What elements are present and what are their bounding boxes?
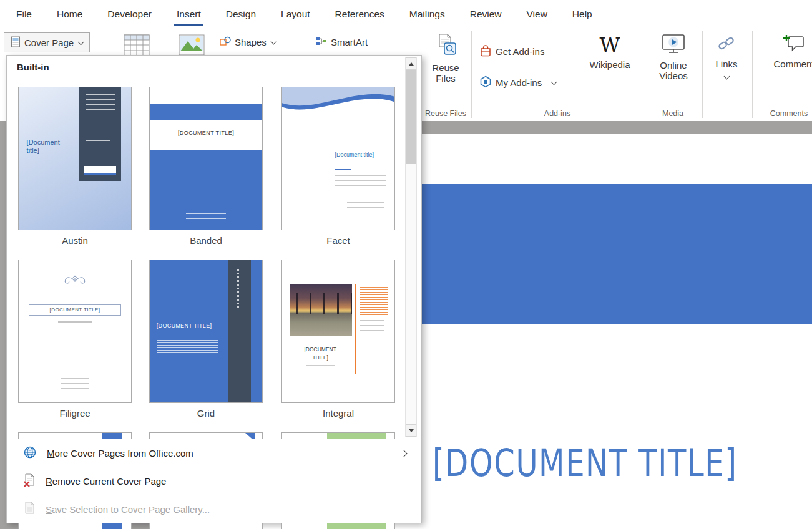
wikipedia-icon: W (600, 33, 620, 57)
submenu-arrow-icon (400, 450, 407, 457)
grid-title-text: [DOCUMENT TITLE] (157, 323, 222, 329)
cover-page-menu-footer: More Cover Pages from Office.com Remove … (7, 439, 421, 523)
gallery-item-label: Grid (149, 408, 263, 419)
cover-page-icon (11, 36, 21, 49)
gallery-scrollbar[interactable] (405, 57, 417, 437)
grid-thumbnail[interactable]: [DOCUMENT TITLE] (149, 260, 263, 403)
chevron-down-icon (551, 79, 557, 85)
group-label-comments: Comments (764, 109, 812, 118)
gallery-item-filigree[interactable]: [DOCUMENT TITLE] Filigree (18, 260, 132, 419)
facet-thumbnail[interactable]: [Document title] (281, 87, 395, 230)
integral-thumbnail[interactable]: [DOCUMENT TITLE] (281, 260, 395, 403)
new-comment-button[interactable]: Comment (763, 34, 812, 69)
links-icon (717, 34, 736, 55)
online-videos-label-line2: Videos (659, 70, 688, 81)
tab-file[interactable]: File (4, 0, 44, 28)
gallery-item-integral[interactable]: [DOCUMENT TITLE] Integral (281, 260, 395, 419)
gallery-item-austin[interactable]: [Document title] Austin (18, 87, 132, 246)
gallery-item-label: Filigree (18, 408, 132, 419)
tab-references[interactable]: References (323, 0, 397, 28)
my-addins-label: My Add-ins (496, 77, 542, 88)
tab-developer[interactable]: Developer (95, 0, 164, 28)
group-separator (702, 31, 703, 118)
gallery-item-label: Facet (281, 235, 395, 246)
cover-page-label: Cover Page (24, 37, 74, 48)
shapes-button[interactable]: Shapes (220, 36, 276, 48)
smartart-button[interactable]: SmartArt (316, 36, 368, 48)
scroll-down-arrow-icon (409, 429, 414, 432)
scroll-up-button[interactable] (406, 57, 416, 70)
remove-cover-page-icon (23, 473, 36, 489)
menu-item-label: Save Selection to Cover Page Gallery... (46, 504, 210, 515)
austin-dark-panel (79, 87, 121, 181)
menu-item-label: More Cover Pages from Office.com (47, 448, 193, 459)
save-selection-icon (23, 502, 36, 517)
my-addins-icon (479, 75, 492, 90)
menu-item-label: Remove Current Cover Page (46, 476, 166, 487)
facet-title-text: [Document title] (335, 152, 389, 158)
gallery-item-label: Integral (281, 408, 395, 419)
scroll-up-arrow-icon (409, 62, 414, 66)
menu-item-remove-cover-page[interactable]: Remove Current Cover Page (7, 467, 421, 495)
menu-item-save-selection: Save Selection to Cover Page Gallery... (7, 495, 421, 523)
tab-home[interactable]: Home (44, 0, 95, 28)
group-label-reuse-files: Reuse Files (423, 109, 469, 118)
wikipedia-label: Wikipedia (589, 59, 630, 70)
chevron-down-icon (78, 39, 84, 45)
tab-design[interactable]: Design (213, 0, 268, 28)
pictures-icon (179, 34, 205, 57)
tab-insert[interactable]: Insert (164, 0, 213, 28)
reuse-files-label-line1: Reuse (432, 62, 459, 73)
links-button[interactable]: Links (708, 34, 745, 79)
group-label-addins: Add-ins (532, 109, 582, 118)
my-addins-button[interactable]: My Add-ins (479, 75, 556, 90)
group-label-media: Media (649, 109, 697, 118)
links-label: Links (715, 59, 737, 69)
smartart-icon (316, 36, 327, 48)
tab-mailings[interactable]: Mailings (397, 0, 457, 28)
globe-icon (23, 445, 37, 461)
shapes-icon (220, 36, 231, 48)
cover-page-gallery-dropdown: Built-in [Document title] Austin [DOCUME… (6, 55, 422, 523)
smartart-label: SmartArt (331, 37, 368, 47)
banded-title-text: [DOCUMENT TITLE] (150, 130, 262, 136)
menu-item-more-cover-pages[interactable]: More Cover Pages from Office.com (7, 439, 421, 467)
tab-layout[interactable]: Layout (268, 0, 323, 28)
gallery-item-label: Banded (149, 235, 263, 246)
pictures-button[interactable] (179, 34, 205, 57)
gallery-item-grid[interactable]: [DOCUMENT TITLE] Grid (149, 260, 263, 419)
comment-label: Comment (773, 59, 812, 69)
filigree-ornament (52, 273, 97, 289)
tab-view[interactable]: View (514, 0, 560, 28)
scrollbar-thumb[interactable] (406, 70, 416, 164)
gallery-item-banded[interactable]: [DOCUMENT TITLE] Banded (149, 87, 263, 246)
gallery-item-label: Austin (18, 235, 132, 246)
filigree-thumbnail[interactable]: [DOCUMENT TITLE] (18, 260, 132, 403)
shapes-label: Shapes (235, 37, 267, 47)
get-addins-icon (479, 44, 492, 59)
online-videos-label-line1: Online (660, 60, 687, 70)
austin-thumbnail[interactable]: [Document title] (18, 87, 132, 230)
document-title-text[interactable]: [DOCUMENT TITLE] (433, 441, 738, 485)
integral-title-text: [DOCUMENT TITLE] (291, 346, 350, 362)
group-separator (643, 31, 643, 118)
chevron-down-icon (270, 39, 276, 45)
wikipedia-button[interactable]: W Wikipedia (584, 33, 635, 70)
tab-review[interactable]: Review (457, 0, 514, 28)
group-separator (752, 31, 753, 118)
gallery-item-facet[interactable]: [Document title] Facet (281, 87, 395, 246)
get-addins-button[interactable]: Get Add-ins (479, 44, 544, 59)
austin-title-text: [Document title] (27, 138, 74, 155)
scroll-down-button[interactable] (406, 424, 416, 437)
reuse-files-icon (434, 33, 457, 57)
chevron-down-icon (723, 74, 730, 80)
comment-icon (783, 34, 805, 55)
get-addins-label: Get Add-ins (496, 46, 544, 57)
group-separator (471, 31, 472, 118)
reuse-files-label-line2: Files (436, 73, 456, 84)
reuse-files-button[interactable]: Reuse Files (426, 33, 466, 84)
banded-thumbnail[interactable]: [DOCUMENT TITLE] (149, 87, 263, 230)
cover-page-button[interactable]: Cover Page (4, 32, 90, 52)
tab-help[interactable]: Help (560, 0, 605, 28)
online-videos-button[interactable]: Online Videos (649, 34, 698, 81)
